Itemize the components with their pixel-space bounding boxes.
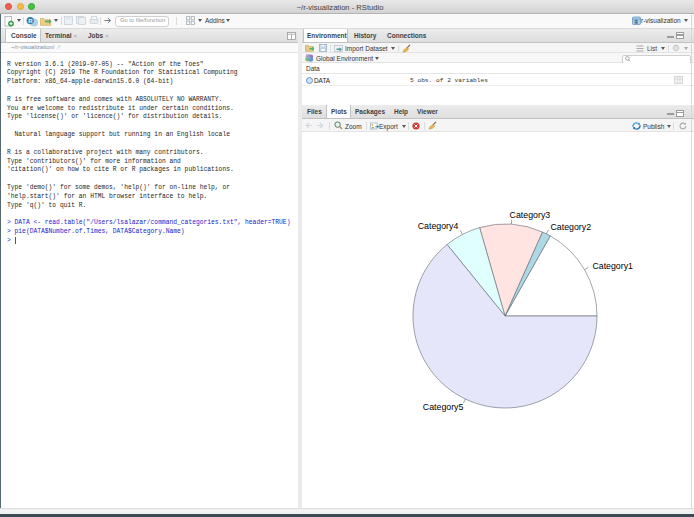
svg-text:Category2: Category2 xyxy=(551,222,592,232)
svg-text:Category3: Category3 xyxy=(510,210,551,220)
svg-text:Category5: Category5 xyxy=(423,402,464,412)
svg-text:Category4: Category4 xyxy=(418,221,459,231)
svg-text:R: R xyxy=(28,18,33,24)
svg-text:Category1: Category1 xyxy=(592,261,633,271)
